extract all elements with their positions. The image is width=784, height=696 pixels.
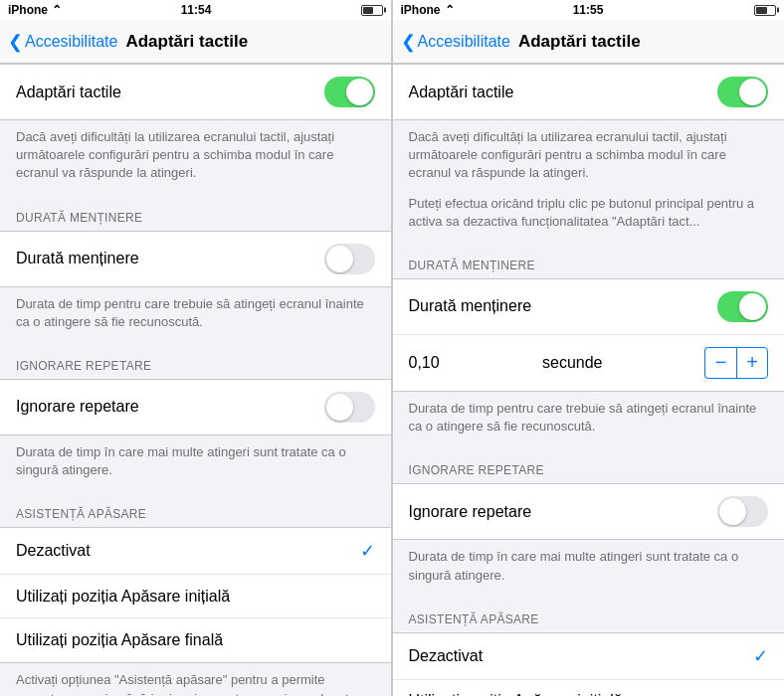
table-asistenta-left: Dezactivat ✓ Utilizați poziția Apăsare i… — [0, 527, 391, 663]
row-durata-right[interactable]: Durată menținere — [393, 279, 785, 335]
main-toggle-row-left: Adaptări tactile — [0, 65, 391, 119]
row-pozitia-initiala-left[interactable]: Utilizați poziția Apăsare inițială — [0, 575, 391, 618]
row-pozitia-initiala-right[interactable]: Utilizați poziția Apăsare inițială — [393, 680, 785, 696]
back-button-left[interactable]: ❮ Accesibilitate — [8, 31, 117, 53]
chevron-icon-left: ❮ — [8, 31, 23, 53]
battery-icon-left — [361, 5, 383, 16]
description2-right: Puteți efectua oricând triplu clic pe bu… — [393, 195, 785, 243]
toggle-thumb — [739, 79, 766, 105]
row-pozitia-finala-left[interactable]: Utilizați poziția Apăsare finală — [0, 618, 391, 662]
checkmark-dezactivat-left: ✓ — [360, 540, 375, 562]
main-toggle-row-right: Adaptări tactile — [393, 65, 785, 119]
checkmark-dezactivat-right: ✓ — [753, 645, 768, 667]
left-panel: iPhone ⌃ 11:54 ❮ Accesibilitate Adaptări… — [0, 0, 392, 696]
row-ignorare-left[interactable]: Ignorare repetare — [0, 380, 391, 435]
table-asistenta-right: Dezactivat ✓ Utilizați poziția Apăsare i… — [393, 632, 785, 696]
toggle-durata-left[interactable] — [324, 244, 375, 274]
toggle-thumb — [719, 498, 746, 525]
toggle-thumb — [346, 79, 373, 105]
header-asistenta-left: ASISTENȚĂ APĂSARE — [0, 491, 391, 527]
row-ignorare-right[interactable]: Ignorare repetare — [393, 484, 785, 539]
stepper-value-right: 0,10 — [409, 354, 449, 372]
description1-right: Dacă aveți dificultăți la utilizarea ecr… — [393, 120, 785, 195]
header-durata-right: DURATĂ MENȚINERE — [393, 243, 785, 278]
main-toggle-section-left: Adaptări tactile — [0, 64, 391, 120]
stepper-minus-right[interactable]: − — [704, 347, 736, 379]
wifi-icon-right: ⌃ — [445, 3, 455, 17]
header-asistenta-right: ASISTENȚĂ APĂSARE — [393, 597, 785, 632]
toggle-thumb — [326, 246, 353, 272]
nav-title-left: Adaptări tactile — [125, 32, 248, 52]
stepper-right: − + — [704, 347, 768, 379]
status-right-right — [754, 5, 776, 16]
label-dezactivat-right: Dezactivat — [409, 647, 484, 665]
label-dezactivat-left: Dezactivat — [16, 542, 91, 560]
label-ignorare-left: Ignorare repetare — [16, 398, 139, 416]
main-toggle-label-left: Adaptări tactile — [16, 84, 121, 101]
header-ignorare-right: IGNORARE REPETARE — [393, 447, 785, 483]
nav-bar-right: ❮ Accesibilitate Adaptări tactile — [393, 20, 785, 64]
stepper-plus-right[interactable]: + — [736, 347, 768, 379]
label-pozitia-initiala-left: Utilizați poziția Apăsare inițială — [16, 588, 230, 606]
back-button-right[interactable]: ❮ Accesibilitate — [401, 31, 510, 53]
label-pozitia-finala-left: Utilizați poziția Apăsare finală — [16, 631, 223, 649]
status-right-left — [361, 5, 383, 16]
phone-label-right: iPhone — [401, 3, 441, 17]
main-toggle-right[interactable] — [717, 77, 768, 107]
battery-icon-right — [754, 5, 776, 16]
status-left-right: iPhone ⌃ — [401, 3, 455, 17]
row-dezactivat-left[interactable]: Dezactivat ✓ — [0, 528, 391, 575]
label-ignorare-right: Ignorare repetare — [409, 503, 532, 521]
header-ignorare-left: IGNORARE REPETARE — [0, 343, 391, 379]
footer-durata-left: Durata de timp pentru care trebuie să at… — [0, 287, 391, 343]
main-toggle-label-right: Adaptări tactile — [409, 84, 514, 101]
toggle-ignorare-left[interactable] — [324, 392, 375, 423]
time-right: 11:55 — [573, 3, 604, 17]
wifi-icon-left: ⌃ — [52, 3, 62, 17]
header-durata-left: DURATĂ MENȚINERE — [0, 195, 391, 231]
nav-title-right: Adaptări tactile — [518, 32, 641, 52]
nav-bar-left: ❮ Accesibilitate Adaptări tactile — [0, 20, 391, 64]
status-left: iPhone ⌃ — [8, 3, 62, 17]
status-bar-left: iPhone ⌃ 11:54 — [0, 0, 391, 20]
footer-durata-right: Durata de timp pentru care trebuie să at… — [393, 392, 785, 447]
table-ignorare-right: Ignorare repetare — [393, 483, 785, 540]
chevron-icon-right: ❮ — [401, 31, 416, 53]
footer-asistenta-left: Activați opțiunea "Asistență apăsare" pe… — [0, 663, 391, 696]
time-left: 11:54 — [181, 3, 212, 17]
toggle-durata-right[interactable] — [717, 291, 768, 322]
table-durata-right: Durată menținere 0,10 secunde − + — [393, 278, 785, 392]
scroll-area-left[interactable]: Adaptări tactile Dacă aveți dificultăți … — [0, 64, 391, 696]
stepper-unit-right: secunde — [542, 354, 603, 372]
table-ignorare-left: Ignorare repetare — [0, 379, 391, 435]
main-toggle-left[interactable] — [324, 77, 375, 107]
label-durata-left: Durată menținere — [16, 250, 139, 267]
toggle-thumb — [326, 394, 353, 421]
toggle-ignorare-right[interactable] — [717, 496, 768, 527]
table-durata-left: Durată menținere — [0, 231, 391, 287]
right-panel: iPhone ⌃ 11:55 ❮ Accesibilitate Adaptări… — [393, 0, 785, 696]
status-bar-right: iPhone ⌃ 11:55 — [393, 0, 785, 20]
footer-ignorare-right: Durata de timp în care mai multe atinger… — [393, 540, 785, 596]
row-durata-left[interactable]: Durată menținere — [0, 232, 391, 286]
back-label-left: Accesibilitate — [25, 33, 117, 51]
footer-ignorare-left: Durata de timp în care mai multe atinger… — [0, 435, 391, 491]
label-pozitia-initiala-right: Utilizați poziția Apăsare inițială — [409, 692, 623, 696]
main-toggle-section-right: Adaptări tactile — [393, 64, 785, 120]
scroll-area-right[interactable]: Adaptări tactile Dacă aveți dificultăți … — [393, 64, 785, 696]
phone-label-left: iPhone — [8, 3, 48, 17]
row-stepper-right[interactable]: 0,10 secunde − + — [393, 335, 785, 391]
back-label-right: Accesibilitate — [418, 33, 510, 51]
toggle-thumb — [739, 293, 766, 320]
description1-left: Dacă aveți dificultăți la utilizarea ecr… — [0, 120, 391, 195]
row-dezactivat-right[interactable]: Dezactivat ✓ — [393, 633, 785, 680]
label-durata-right: Durată menținere — [409, 297, 532, 315]
